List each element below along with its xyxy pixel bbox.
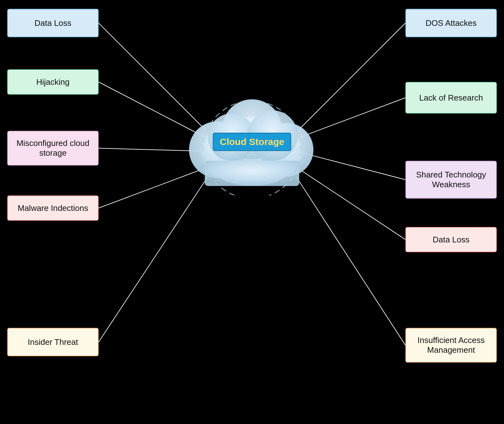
lack-research-node: Lack of Research (405, 82, 497, 113)
misconfigured-node: Misconfigured cloud storage (7, 131, 99, 166)
svg-line-4 (99, 177, 208, 342)
data-loss-left-label: Data Loss (34, 18, 71, 28)
insider-threat-label: Insider Threat (28, 337, 78, 347)
data-loss-right-node: Data Loss (405, 227, 497, 252)
svg-rect-16 (205, 161, 299, 186)
data-loss-right-label: Data Loss (432, 235, 469, 245)
cloud-label: Cloud Storage (213, 133, 291, 151)
insider-threat-node: Insider Threat (7, 328, 99, 356)
misconfigured-label: Misconfigured cloud storage (13, 138, 93, 158)
shared-tech-label: Shared Technology Weakness (411, 170, 491, 189)
malware-node: Malware Indections (7, 195, 99, 221)
insufficient-access-node: Insufficient Access Management (405, 328, 497, 363)
svg-line-9 (296, 177, 405, 345)
dos-node: DOS Attackes (405, 9, 497, 37)
hijacking-node: Hijacking (7, 69, 99, 95)
cloud-center: Cloud Storage (186, 88, 318, 195)
lack-research-label: Lack of Research (419, 93, 483, 103)
dos-label: DOS Attackes (426, 18, 477, 28)
shared-tech-node: Shared Technology Weakness (405, 161, 497, 199)
malware-label: Malware Indections (18, 203, 88, 213)
insufficient-access-label: Insufficient Access Management (411, 335, 491, 355)
hijacking-label: Hijacking (36, 77, 70, 87)
data-loss-left-node: Data Loss (7, 9, 99, 37)
